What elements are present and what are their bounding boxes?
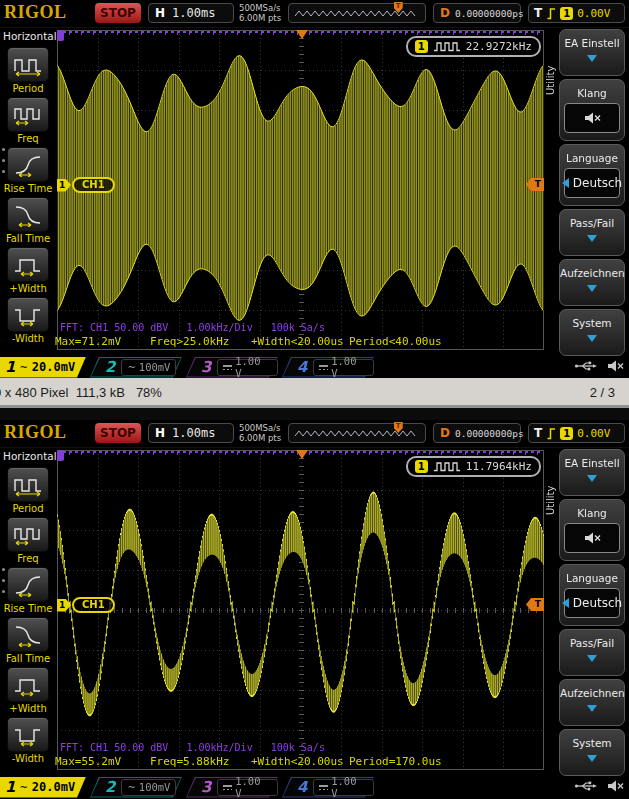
image-info-text: 0 x 480 Pixel 111,3 kB 78% <box>0 385 162 400</box>
left-menu-title: Horizontal <box>0 447 56 467</box>
channel-4-chip[interactable]: 4 ⎓ 1.00 V <box>282 777 374 798</box>
delay-value: 0.00000000ps <box>455 8 524 19</box>
measure-item-period[interactable]: Period <box>0 47 56 94</box>
horizontal-label: H <box>155 6 165 20</box>
ch1-label: CH1 <box>72 597 115 613</box>
scope-header: RIGOL STOP H 1.00ms 500MSa/s 6.00M pts T… <box>0 420 629 448</box>
left-menu-title: Horizontal <box>0 27 56 47</box>
channel-number: 2 <box>105 778 115 796</box>
menu-button-language[interactable]: Language Deutsch <box>559 564 625 626</box>
menu-button-label: System <box>560 737 624 749</box>
delay-box[interactable]: D 0.00000000ps <box>433 423 521 443</box>
channel-number: 1 <box>5 358 15 376</box>
channel-number: 4 <box>297 778 307 796</box>
dc-coupling-icon: ⎓ <box>223 784 232 791</box>
menu-button-aufzeichnen[interactable]: Aufzeichnen <box>559 259 625 306</box>
math-position-marker <box>57 30 64 41</box>
rise-time-icon <box>7 147 49 182</box>
menu-button-klang[interactable]: Klang <box>559 499 625 561</box>
usb-icon <box>574 360 598 372</box>
menu-item-label: Freq <box>17 553 38 564</box>
menu-button-ea-einstell[interactable]: EA Einstell <box>559 449 625 496</box>
channel-number: 3 <box>201 778 211 796</box>
measure-item-rise-time[interactable]: Rise Time <box>0 567 56 614</box>
rigol-logo: RIGOL <box>4 422 67 443</box>
memory-position-bar[interactable]: T <box>288 423 426 443</box>
trigger-level-value: 0.00V <box>577 427 610 440</box>
channel-1-chip[interactable]: 1 ~ 20.0mV <box>0 357 86 378</box>
memory-position-bar[interactable]: T <box>288 3 426 23</box>
ac-coupling-icon: ~ <box>19 782 27 793</box>
trigger-box[interactable]: T 1 0.00V <box>528 3 625 23</box>
channel-3-chip[interactable]: 3 ⎓ 1.00 V <box>186 777 278 798</box>
measure-item-plus-width[interactable]: +Width <box>0 667 56 714</box>
measure-item-plus-width[interactable]: +Width <box>0 247 56 294</box>
plus-width-icon <box>7 247 49 282</box>
ch1-arrow-icon: 1 <box>57 599 71 612</box>
measurement-freq: Freq=5.88kHz <box>150 755 229 768</box>
right-softkey-menu: Utility EA Einstell Klang Language D <box>545 27 629 357</box>
timebase-value: 1.00ms <box>172 6 215 20</box>
timebase-box[interactable]: H 1.00ms <box>148 3 234 23</box>
scope-screenshot-2: RIGOL STOP H 1.00ms 500MSa/s 6.00M pts T… <box>0 420 629 798</box>
ch1-position-tag[interactable]: 1 CH1 <box>57 177 115 193</box>
menu-button-system[interactable]: System <box>559 309 625 356</box>
menu-item-label: +Width <box>9 703 46 714</box>
measure-item-period[interactable]: Period <box>0 467 56 514</box>
image-viewer-status-bar: 0 x 480 Pixel 111,3 kB 78% 2 / 3 <box>0 378 629 420</box>
menu-button-pass-fail[interactable]: Pass/Fail <box>559 209 625 256</box>
timebase-box[interactable]: H 1.00ms <box>148 423 234 443</box>
language-value: Deutsch <box>573 176 622 190</box>
measure-item-rise-time[interactable]: Rise Time <box>0 147 56 194</box>
dc-coupling-icon: ⎓ <box>223 364 232 371</box>
speaker-muted-icon <box>583 111 601 125</box>
frequency-counter: 1 22.9272kHz <box>406 36 541 57</box>
measure-item-freq[interactable]: Freq <box>0 517 56 564</box>
speaker-muted-icon <box>606 779 624 793</box>
channel-scale: 100mV <box>139 781 171 793</box>
ch1-position-tag[interactable]: 1 CH1 <box>57 597 115 613</box>
scope-header: RIGOL STOP H 1.00ms 500MSa/s 6.00M pts T… <box>0 0 629 28</box>
chevron-down-icon <box>587 285 597 292</box>
menu-button-label: Klang <box>560 87 624 99</box>
channel-2-chip[interactable]: 2 ~ 100mV <box>90 777 182 798</box>
speaker-muted-icon <box>606 359 624 373</box>
channel-1-chip[interactable]: 1 ~ 20.0mV <box>0 777 86 798</box>
menu-button-system[interactable]: System <box>559 729 625 776</box>
menu-button-klang[interactable]: Klang <box>559 79 625 141</box>
viewer-divider <box>0 405 629 420</box>
rise-time-icon <box>7 567 49 602</box>
trigger-position-icon <box>296 30 308 39</box>
measure-item-freq[interactable]: Freq <box>0 97 56 144</box>
language-value-box: Deutsch <box>564 588 620 618</box>
menu-button-aufzeichnen[interactable]: Aufzeichnen <box>559 679 625 726</box>
measure-item-fall-time[interactable]: Fall Time <box>0 197 56 244</box>
chevron-left-icon <box>562 178 569 188</box>
run-state-badge[interactable]: STOP <box>95 3 141 23</box>
delay-value: 0.00000000ps <box>455 428 524 439</box>
channel-4-chip[interactable]: 4 ⎓ 1.00 V <box>282 357 374 378</box>
measure-item-fall-time[interactable]: Fall Time <box>0 617 56 664</box>
channel-2-chip[interactable]: 2 ~ 100mV <box>90 357 182 378</box>
channel-number: 1 <box>5 778 15 796</box>
fall-time-icon <box>7 197 49 232</box>
fft-settings-text: FFT: CH1 50.00 dBV 1.00kHz/Div 100k Sa/s <box>60 322 325 333</box>
oscilloscope-screenshot: RIGOL STOP H 1.00ms 500MSa/s 6.00M pts T… <box>0 0 629 378</box>
trigger-box[interactable]: T 1 0.00V <box>528 423 625 443</box>
menu-button-language[interactable]: Language Deutsch <box>559 144 625 206</box>
utility-tab: Utility <box>545 457 558 543</box>
menu-item-label: -Width <box>12 753 44 764</box>
menu-button-label: Language <box>560 152 624 164</box>
delay-box[interactable]: D 0.00000000ps <box>433 3 521 23</box>
menu-button-pass-fail[interactable]: Pass/Fail <box>559 629 625 676</box>
measure-item-minus-width[interactable]: -Width <box>0 297 56 344</box>
dc-coupling-icon: ⎓ <box>319 784 328 791</box>
acquisition-info: 500MSa/s 6.00M pts <box>239 4 281 23</box>
menu-button-ea-einstell[interactable]: EA Einstell <box>559 29 625 76</box>
measurement-freq: Freq>25.0kHz <box>150 335 229 348</box>
measure-item-minus-width[interactable]: -Width <box>0 717 56 764</box>
memory-depth: 6.00M pts <box>239 434 281 444</box>
channel-3-chip[interactable]: 3 ⎓ 1.00 V <box>186 357 278 378</box>
rising-edge-icon <box>546 7 556 20</box>
run-state-badge[interactable]: STOP <box>95 423 141 443</box>
